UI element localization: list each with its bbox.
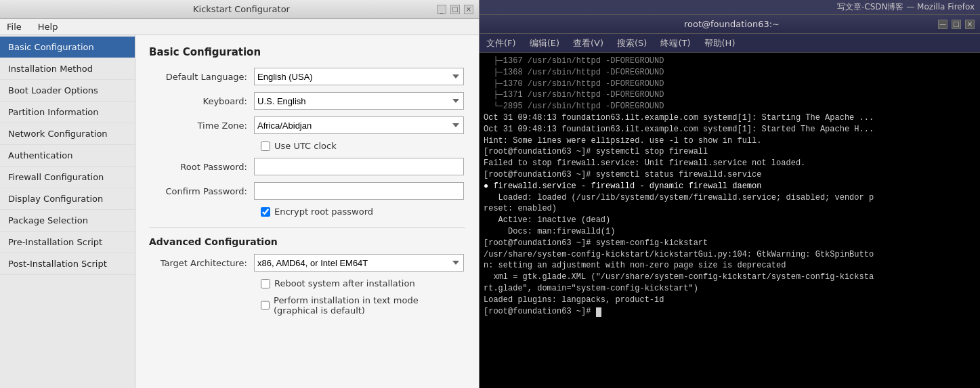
terminal-line: Oct 31 09:48:13 foundation63.ilt.example… bbox=[484, 124, 976, 135]
basic-config-title: Basic Configuration bbox=[149, 46, 465, 58]
kickstart-main: Basic Configuration Installation Method … bbox=[0, 35, 479, 388]
terminal-line: ├─1367 /usr/sbin/httpd -DFOREGROUND bbox=[484, 56, 976, 67]
sidebar-item-boot-loader-options[interactable]: Boot Loader Options bbox=[0, 80, 135, 102]
terminal-line: [root@foundation63 ~]# bbox=[484, 306, 976, 318]
terminal-minimize-button[interactable]: — bbox=[938, 20, 947, 29]
terminal-line: ├─1371 /usr/sbin/httpd -DFOREGROUND bbox=[484, 89, 976, 101]
terminal-line: n: setting an adjustment with non-zero p… bbox=[484, 260, 976, 272]
terminal-line: └─2895 /usr/sbin/httpd -DFOREGROUND bbox=[484, 101, 976, 112]
encrypt-password-checkbox[interactable] bbox=[261, 207, 270, 217]
terminal-line: ├─1368 /usr/sbin/httpd -DFOREGROUND bbox=[484, 67, 976, 79]
firefox-topbar: 写文章-CSDN博客 — Mozilla Firefox bbox=[480, 0, 980, 15]
kickstart-menubar: File Help bbox=[0, 19, 479, 35]
timezone-label: Time Zone: bbox=[149, 121, 254, 131]
terminal-menu-file[interactable]: 文件(F) bbox=[482, 36, 520, 51]
terminal-line: Loaded: loaded (/usr/lib/systemd/system/… bbox=[484, 192, 976, 204]
terminal-line: reset: enabled) bbox=[484, 203, 976, 215]
root-password-input[interactable] bbox=[254, 158, 464, 175]
terminal-line: /usr/share/system-config-kickstart/kicks… bbox=[484, 249, 976, 261]
terminal-line: xml = gtk.glade.XML ("/usr/share/system-… bbox=[484, 272, 976, 283]
terminal-line: Oct 31 09:48:13 foundation63.ilt.example… bbox=[484, 112, 976, 124]
terminal-menu-help[interactable]: 帮助(H) bbox=[700, 36, 740, 51]
sidebar-item-authentication[interactable]: Authentication bbox=[0, 145, 135, 167]
advanced-config-title: Advanced Configuration bbox=[149, 228, 465, 247]
sidebar-item-basic-configuration[interactable]: Basic Configuration bbox=[0, 37, 135, 58]
utc-clock-checkbox[interactable] bbox=[261, 142, 270, 151]
timezone-select[interactable]: Africa/Abidjan bbox=[254, 116, 464, 134]
terminal-close-button[interactable]: × bbox=[965, 20, 975, 29]
sidebar-item-firewall-configuration[interactable]: Firewall Configuration bbox=[0, 167, 135, 188]
terminal-line: [root@foundation63 ~]# systemctl stop fi… bbox=[484, 146, 976, 158]
terminal-menu-search[interactable]: 搜索(S) bbox=[613, 36, 651, 51]
terminal-line: Hint: Some lines were ellipsized. use -l… bbox=[484, 135, 976, 147]
text-mode-row: Perform installation in text mode (graph… bbox=[261, 295, 465, 316]
sidebar-item-partition-information[interactable]: Partition Information bbox=[0, 102, 135, 123]
confirm-password-label: Confirm Password: bbox=[149, 186, 254, 196]
target-arch-select[interactable]: x86, AMD64, or Intel EM64T bbox=[254, 254, 464, 272]
terminal-cursor bbox=[596, 307, 601, 317]
terminal-line: [root@foundation63 ~]# systemctl status … bbox=[484, 169, 976, 181]
default-language-row: Default Language: English (USA) bbox=[149, 68, 465, 85]
keyboard-row: Keyboard: U.S. English bbox=[149, 92, 465, 110]
text-mode-checkbox[interactable] bbox=[261, 301, 270, 310]
terminal-title: root@foundation63:~ bbox=[526, 19, 938, 29]
terminal-line: [root@foundation63 ~]# system-config-kic… bbox=[484, 238, 976, 249]
firefox-title: 写文章-CSDN博客 — Mozilla Firefox bbox=[837, 1, 975, 13]
terminal-line: Active: inactive (dead) bbox=[484, 215, 976, 226]
terminal-body[interactable]: ├─1367 /usr/sbin/httpd -DFOREGROUND ├─13… bbox=[480, 53, 980, 388]
terminal-line: ├─1370 /usr/sbin/httpd -DFOREGROUND bbox=[484, 79, 976, 90]
kickstart-titlebar: Kickstart Configurator _ □ × bbox=[0, 0, 479, 19]
terminal-line: Failed to stop firewall.service: Unit fi… bbox=[484, 158, 976, 169]
sidebar-item-display-configuration[interactable]: Display Configuration bbox=[0, 188, 135, 210]
menu-file[interactable]: File bbox=[3, 20, 26, 33]
default-language-select[interactable]: English (USA) bbox=[254, 68, 464, 85]
sidebar-item-post-installation-script[interactable]: Post-Installation Script bbox=[0, 253, 135, 275]
target-arch-label: Target Architecture: bbox=[149, 258, 254, 268]
kickstart-window: Kickstart Configurator _ □ × File Help B… bbox=[0, 0, 480, 388]
encrypt-password-row: Encrypt root password bbox=[261, 207, 465, 217]
kickstart-maximize-button[interactable]: □ bbox=[450, 5, 460, 14]
terminal-menu-edit[interactable]: 编辑(E) bbox=[526, 36, 563, 51]
kickstart-title: Kickstart Configurator bbox=[46, 4, 437, 14]
kickstart-window-controls: _ □ × bbox=[437, 5, 473, 14]
confirm-password-input[interactable] bbox=[254, 182, 464, 200]
terminal-line: rt.glade", domain="system-config-kicksta… bbox=[484, 283, 976, 295]
sidebar-item-pre-installation-script[interactable]: Pre-Installation Script bbox=[0, 232, 135, 253]
reboot-row: Reboot system after installation bbox=[261, 278, 465, 288]
encrypt-password-label: Encrypt root password bbox=[274, 207, 373, 217]
terminal-menubar: 文件(F) 编辑(E) 查看(V) 搜索(S) 终端(T) 帮助(H) bbox=[480, 34, 980, 53]
kickstart-content: Basic Configuration Default Language: En… bbox=[135, 35, 479, 388]
terminal-window: 写文章-CSDN博客 — Mozilla Firefox root@founda… bbox=[480, 0, 980, 388]
default-language-label: Default Language: bbox=[149, 72, 254, 82]
utc-clock-label: Use UTC clock bbox=[274, 141, 337, 151]
timezone-row: Time Zone: Africa/Abidjan bbox=[149, 116, 465, 134]
keyboard-label: Keyboard: bbox=[149, 96, 254, 106]
reboot-label: Reboot system after installation bbox=[274, 278, 415, 288]
kickstart-sidebar: Basic Configuration Installation Method … bbox=[0, 35, 135, 388]
terminal-maximize-button[interactable]: □ bbox=[952, 20, 961, 29]
kickstart-minimize-button[interactable]: _ bbox=[437, 5, 446, 14]
kickstart-close-button[interactable]: × bbox=[464, 5, 473, 14]
keyboard-select[interactable]: U.S. English bbox=[254, 92, 464, 110]
root-password-row: Root Password: bbox=[149, 158, 465, 175]
utc-clock-row: Use UTC clock bbox=[261, 141, 465, 151]
root-password-label: Root Password: bbox=[149, 162, 254, 172]
sidebar-item-installation-method[interactable]: Installation Method bbox=[0, 58, 135, 80]
menu-help[interactable]: Help bbox=[34, 20, 62, 33]
text-mode-label: Perform installation in text mode (graph… bbox=[274, 295, 465, 316]
terminal-window-controls: — □ × bbox=[938, 20, 975, 29]
terminal-line: ● firewalld.service - firewalld - dynami… bbox=[484, 181, 976, 192]
confirm-password-row: Confirm Password: bbox=[149, 182, 465, 200]
terminal-line: Docs: man:firewalld(1) bbox=[484, 226, 976, 238]
sidebar-item-package-selection[interactable]: Package Selection bbox=[0, 210, 135, 232]
terminal-menu-terminal[interactable]: 终端(T) bbox=[656, 36, 694, 51]
reboot-checkbox[interactable] bbox=[261, 279, 270, 288]
sidebar-item-network-configuration[interactable]: Network Configuration bbox=[0, 123, 135, 145]
target-arch-row: Target Architecture: x86, AMD64, or Inte… bbox=[149, 254, 465, 272]
terminal-menu-view[interactable]: 查看(V) bbox=[569, 36, 608, 51]
terminal-titlebar: root@foundation63:~ — □ × bbox=[480, 15, 980, 34]
terminal-line: Loaded plugins: langpacks, product-id bbox=[484, 295, 976, 306]
